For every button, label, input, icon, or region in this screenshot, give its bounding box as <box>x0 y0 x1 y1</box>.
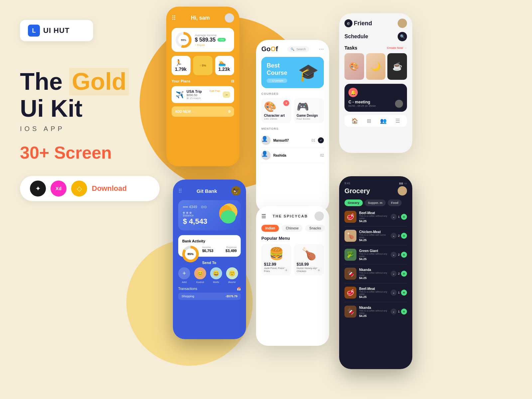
nav-users[interactable]: 👥 <box>380 118 387 124</box>
grocery-item-2: 🥦 Green Giant This is a coffee without a… <box>344 249 407 264</box>
qty-minus-1[interactable]: - <box>391 233 397 239</box>
subtitle: IOS APP <box>20 125 160 133</box>
grocery-controls-5: - 1 + <box>391 309 407 315</box>
qty-minus-0[interactable]: - <box>391 214 397 220</box>
mentor-item-1: 👤 Mansur07 01 ✓ <box>261 133 324 148</box>
menu-icon[interactable]: ⋯ <box>319 46 324 52</box>
sendto-bashir[interactable]: 🙂 Bashir <box>226 267 238 284</box>
grocery-tab-2[interactable]: Supper. m <box>365 200 386 206</box>
tab-chinese[interactable]: Chinese <box>282 225 303 232</box>
download-button[interactable]: Download <box>92 184 127 193</box>
qty-minus-4[interactable]: - <box>391 290 397 296</box>
qty-num-2: 2 <box>398 253 400 256</box>
goof-header: GoOf 🔍 Search ⋯ <box>261 45 324 53</box>
grocery-info-0: Beef-Meat This is a coffee without any n… <box>359 211 388 223</box>
grocery-tab-1[interactable]: Grocery <box>344 200 363 206</box>
grocery-avatar <box>398 186 407 196</box>
schedule-bar: Schedule 🔍 <box>344 32 407 41</box>
logo-icon: L <box>28 25 40 37</box>
income-card: 55% Average Income $ 589.35 +2% ↑ Report <box>172 28 234 52</box>
qty-plus-2[interactable]: + <box>401 252 407 258</box>
course-subtitle-2: Four Books <box>297 117 321 120</box>
schedule-search-icon[interactable]: 🔍 <box>398 32 407 41</box>
goof-logo: GoOf <box>261 45 278 53</box>
qty-minus-2[interactable]: - <box>391 252 397 258</box>
banner-badge: ♡ 12 people <box>267 78 287 83</box>
goof-search[interactable]: 🔍 Search <box>287 46 309 52</box>
nav-settings[interactable]: ⊞ <box>367 118 371 124</box>
sendto-mofiz[interactable]: 😄 Mofiz <box>210 267 222 284</box>
xd-icon[interactable]: Xd <box>51 181 66 197</box>
transactions-title: Transactions <box>178 287 197 291</box>
income-val: $6,753 <box>202 249 213 253</box>
income-amount: $ 589.35 <box>195 37 215 43</box>
report-link[interactable]: ↑ Report <box>195 44 230 47</box>
course-card-2[interactable]: 🎮 Game Design Four Books <box>294 98 324 123</box>
qty-plus-5[interactable]: + <box>401 309 407 315</box>
course-card-1[interactable]: ♥ 🎨 Character art 14h: 23min <box>261 98 291 123</box>
grocery-info-3: Nkanda This is a coffee without any nois… <box>359 268 388 280</box>
add-contact-icon[interactable]: + <box>178 267 190 279</box>
screens-count: 30+ Screen <box>20 143 160 163</box>
grocery-phone: 9:41 ▮▮▮ ▭ Grocery Grocery Supper. m Foo… <box>339 176 412 369</box>
food-tabs: Indian Chinese Snacks <box>261 225 324 232</box>
tasks-title: Tasks <box>344 45 357 51</box>
tab-indian[interactable]: Indian <box>261 225 279 232</box>
qty-plus-3[interactable]: + <box>401 271 407 277</box>
grocery-item-3: 🍫 Nkanda This is a coffee without any no… <box>344 268 407 283</box>
grocery-tab-3[interactable]: Food <box>388 200 402 206</box>
stat1-value: 1.79k <box>175 66 187 72</box>
banner-text: BestCourse <box>267 62 287 76</box>
chicken-img-1: 🍗 <box>344 230 356 242</box>
best-course-banner: BestCourse ♡ 12 people 🎓 <box>261 57 324 88</box>
stat-badge: ↑ 5% <box>200 64 206 67</box>
item-desc-3: This is a coffee without any noise... <box>359 272 388 276</box>
logo-box: L UI HUT <box>20 20 93 41</box>
food-phone: ☰ THE SPICYCAB Indian Chinese Snacks Pop… <box>256 206 329 346</box>
menu-lines-icon[interactable]: ☰ <box>261 213 266 219</box>
nav-home[interactable]: 🏠 <box>351 118 358 124</box>
spicy-title: THE SPICYCAB <box>273 214 308 218</box>
plan-arrow[interactable]: → <box>223 91 230 98</box>
sendto-kudrot[interactable]: 😊 Kudrot <box>194 267 206 284</box>
expense-val: $3,499 <box>225 249 237 253</box>
tab-snacks[interactable]: Snacks <box>305 225 325 232</box>
sendto-add[interactable]: + Add <box>178 267 190 284</box>
item-price-4: $4.25 <box>359 295 388 299</box>
plan-card: ✈️ USA Trip Edit Plan $890.50 ⊞ 15 march… <box>172 86 234 103</box>
course-time-1: 14h: 23min <box>264 117 289 120</box>
item-name-0: Beef-Meat <box>359 211 388 215</box>
figma-icon[interactable]: ✦ <box>30 181 46 197</box>
qty-num-1: 2 <box>398 234 400 237</box>
grocery-info-5: Nkanda This is a coffee without any nois… <box>359 306 388 318</box>
card-circle3 <box>221 210 236 223</box>
plan-date: ⊞ 15 march <box>187 97 220 100</box>
grocery-info-2: Green Giant This is a coffee without any… <box>359 249 388 261</box>
food-add-1[interactable]: + <box>283 267 289 273</box>
qty-plus-0[interactable]: + <box>401 214 407 220</box>
grocery-header: Grocery <box>344 186 407 196</box>
add-new-button[interactable]: ADD NEW → ⚙ <box>172 106 234 117</box>
spicy-header: ☰ THE SPICYCAB <box>261 211 324 221</box>
qty-num-3: 2 <box>398 272 400 275</box>
plan-edit[interactable]: Edit Plan <box>209 89 220 93</box>
course-name-1: Character art <box>264 114 289 117</box>
food-add-2[interactable]: + <box>316 267 322 273</box>
food-card-2[interactable]: 🍗 $18.99 Huron Honey-Apple Chicken + <box>294 244 324 275</box>
sketch-icon[interactable]: ◇ <box>71 181 87 197</box>
food-grid-row1: 🍔 $12.99 Junk Food, French Fries + 🍗 $18… <box>261 244 324 275</box>
heading-gold: Gold <box>69 68 129 95</box>
mentor-item-2: 👤 Rashida 02 <box>261 148 324 163</box>
heading-kit: Kit <box>51 95 82 122</box>
nkanda-img: 🍫 <box>344 268 356 280</box>
qty-plus-4[interactable]: + <box>401 290 407 296</box>
qty-plus-1[interactable]: + <box>401 233 407 239</box>
food-card-1[interactable]: 🍔 $12.99 Junk Food, French Fries + <box>261 244 291 275</box>
qty-minus-5[interactable]: - <box>391 309 397 315</box>
efriend-avatar <box>398 19 407 28</box>
notification-card: 🔔 C - meeting 03:50 - 05:25 1h 35min <box>344 84 407 112</box>
qty-minus-3[interactable]: - <box>391 271 397 277</box>
create-new-button[interactable]: Create New → <box>387 46 407 50</box>
nav-menu[interactable]: ☰ <box>395 118 400 124</box>
mentor-check-1: ✓ <box>318 137 324 143</box>
